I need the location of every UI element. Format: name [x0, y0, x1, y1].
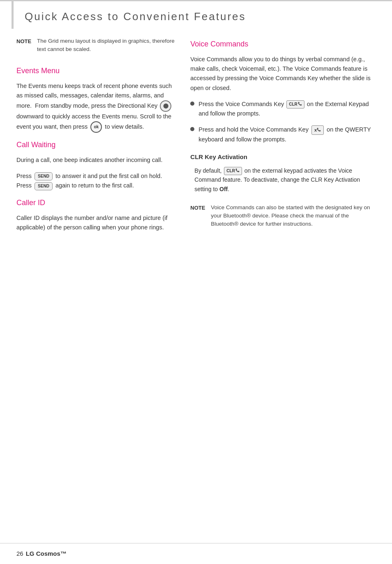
caller-id-heading: Caller ID	[16, 197, 178, 208]
note-text-right: Voice Commands can also be started with …	[211, 203, 376, 229]
note-block-left: NOTE The Grid menu layout is displayed i…	[16, 37, 178, 54]
page-footer: 26 LG Cosmos™	[0, 543, 392, 564]
call-waiting-section: Call Waiting During a call, one beep ind…	[16, 139, 178, 191]
page-header: Quick Access to Convenient Features	[0, 0, 392, 29]
voice-commands-bullets: Press the Voice Commands Key CLR📞 on the…	[190, 99, 376, 145]
send-key-2: SEND	[35, 182, 53, 190]
caller-id-section: Caller ID Caller ID displays the number …	[16, 197, 178, 232]
x-key-qwerty: x📞	[311, 125, 324, 135]
ok-key-icon: ok	[90, 121, 102, 133]
note-label-left: NOTE	[16, 37, 33, 54]
bullet-item-2: Press and hold the Voice Commands Key x📞…	[190, 125, 376, 144]
bullet-dot-1	[190, 102, 194, 106]
clr-activation-section: CLR Key Activation By default, CLR📞 on t…	[190, 153, 376, 194]
clr-activation-body: By default, CLR📞 on the external keypad …	[190, 166, 376, 194]
right-column: Voice Commands Voice Commands allow you …	[190, 37, 376, 527]
caller-id-body: Caller ID displays the number and/or nam…	[16, 213, 178, 232]
bullet-2-text: Press and hold the Voice Commands Key x📞…	[198, 125, 376, 144]
bullet-item-1: Press the Voice Commands Key CLR📞 on the…	[190, 99, 376, 118]
events-menu-body: The Events menu keeps track of recent ph…	[16, 81, 178, 133]
call-waiting-body-2: Press SEND to answer it and put the firs…	[16, 171, 178, 190]
clr-activation-heading: CLR Key Activation	[190, 153, 376, 162]
events-menu-section: Events Menu The Events menu keeps track …	[16, 65, 178, 133]
note-label-right: NOTE	[190, 204, 207, 229]
footer-page-number: 26	[16, 549, 23, 559]
content-area: NOTE The Grid menu layout is displayed i…	[0, 29, 392, 543]
send-key-1: SEND	[35, 172, 53, 180]
footer-brand: LG Cosmos™	[26, 549, 67, 559]
note-text-left: The Grid menu layout is displayed in gra…	[37, 37, 178, 54]
left-column: NOTE The Grid menu layout is displayed i…	[16, 37, 178, 527]
events-menu-heading: Events Menu	[16, 65, 178, 76]
voice-commands-intro: Voice Commands allow you to do things by…	[190, 55, 376, 93]
clr-key-default: CLR📞	[224, 167, 242, 175]
bullet-1-text: Press the Voice Commands Key CLR📞 on the…	[198, 99, 376, 118]
note-block-right: NOTE Voice Commands can also be started …	[190, 203, 376, 229]
left-accent	[12, 1, 14, 29]
page-title: Quick Access to Convenient Features	[16, 9, 246, 25]
call-waiting-body-1: During a call, one beep indicates anothe…	[16, 155, 178, 165]
bullet-dot-2	[190, 127, 194, 131]
page-container: Quick Access to Convenient Features NOTE…	[0, 0, 392, 564]
call-waiting-heading: Call Waiting	[16, 139, 178, 150]
voice-commands-heading: Voice Commands	[190, 39, 376, 50]
clr-key-external: CLR📞	[286, 100, 304, 109]
directional-key-icon: ⬤	[160, 100, 171, 112]
